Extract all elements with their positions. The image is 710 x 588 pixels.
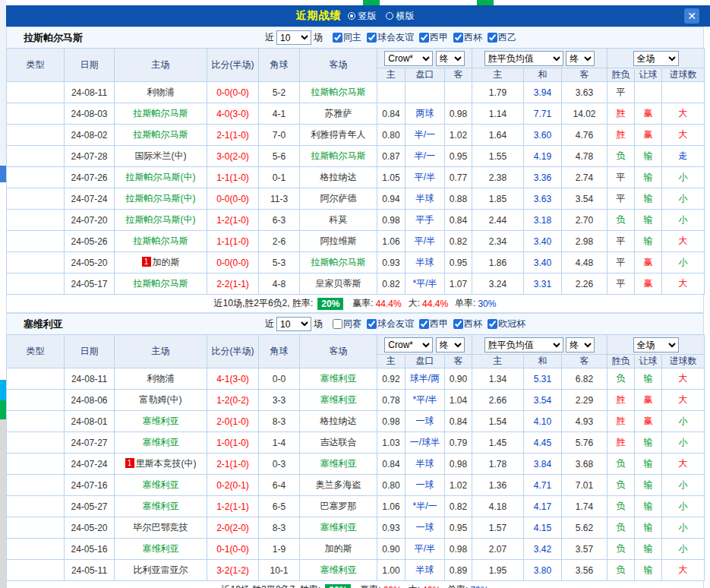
match-date: 24-07-20 <box>65 210 115 231</box>
away-team: 巴塞罗那 <box>300 496 377 517</box>
background-segment <box>0 419 6 588</box>
away-team: 塞维利亚 <box>300 390 377 411</box>
match-outcome: 负 <box>607 539 635 560</box>
league-checkbox[interactable] <box>367 319 377 329</box>
goals-outcome: 小 <box>662 167 705 188</box>
scope-select[interactable]: 全场 <box>633 337 679 352</box>
match-count-select[interactable]: 10 <box>276 30 311 45</box>
handicap-outcome: 输 <box>635 539 662 560</box>
col-header-handicap-result: 让球 <box>635 355 662 368</box>
handicap-outcome: 输 <box>635 210 662 231</box>
col-header-asian-home: 主 <box>377 68 405 82</box>
corner-score: 8-3 <box>259 517 300 539</box>
near-label: 近 <box>265 31 274 44</box>
match-date: 24-07-28 <box>65 146 115 167</box>
win-rate-badge: 20% <box>317 298 343 310</box>
col-header-handicap: 盘口 <box>405 355 445 368</box>
match-row: 球会友谊24-08-06富勒姆(中)1-2(0-2)3-3塞维利亚0.78*平/… <box>7 390 705 411</box>
same-home-checkbox[interactable] <box>333 33 342 43</box>
league-checkbox[interactable] <box>419 319 429 329</box>
league-checkbox[interactable] <box>453 33 463 43</box>
euro-odds-away: 6.82 <box>562 368 607 390</box>
league-filter-segunda[interactable]: 西乙 <box>488 31 516 44</box>
home-team-name: 塞维利亚 <box>143 501 179 511</box>
euro-odds-select[interactable]: 胜平负均值 <box>484 51 563 66</box>
handicap-line: *半/一 <box>405 496 445 517</box>
handicap-outcome: 输 <box>635 146 662 167</box>
euro-odds-away: 3.54 <box>562 188 607 210</box>
match-count-select[interactable]: 10 <box>276 317 311 331</box>
match-score: 4-0(3-0) <box>207 103 259 125</box>
euro-odds-home: 1.85 <box>472 188 524 210</box>
asian-odds-home: 1.06 <box>377 496 405 517</box>
asian-odds-away: 0.98 <box>445 454 472 475</box>
same-competition-checkbox[interactable] <box>333 319 342 329</box>
goals-outcome <box>662 82 705 103</box>
league-checkbox[interactable] <box>367 33 377 43</box>
away-team-name: 拉斯帕尔马斯 <box>311 150 366 161</box>
match-score: 1-2(1-0) <box>207 210 259 231</box>
vertical-layout-radio[interactable] <box>348 12 355 20</box>
bookmaker-select[interactable]: Crow* <box>384 337 433 352</box>
away-team-name: 拉斯帕尔马斯 <box>311 257 366 267</box>
scope-select[interactable]: 全场 <box>633 51 679 66</box>
same-home-filter[interactable]: 同主 <box>333 31 361 44</box>
match-row: 球会友谊24-07-26拉斯帕尔马斯(中)1-1(1-0)0-1格拉纳达1.05… <box>7 167 705 188</box>
euro-odds-away: 3.68 <box>562 454 607 475</box>
recent-matches-table: 类型 日期 主场 比分(半场) 角球 客场 Crow* 终 胜平负均值 终 全场 <box>6 48 705 295</box>
away-team-name: 巴塞罗那 <box>320 501 357 511</box>
horizontal-layout-label: 横版 <box>396 10 415 23</box>
league-filter-ucl[interactable]: 欧冠杯 <box>488 318 525 330</box>
col-header-date: 日期 <box>65 335 115 368</box>
competition-tag: 球会友谊 <box>7 82 65 103</box>
close-icon[interactable]: ✕ <box>684 8 699 24</box>
asian-time-select[interactable]: 终 <box>436 337 465 352</box>
handicap-outcome: 输 <box>635 560 662 581</box>
league-filter-friendly[interactable]: 球会友谊 <box>367 31 414 44</box>
away-team-name: 苏雅萨 <box>325 108 352 119</box>
league-filter-laliga[interactable]: 西甲 <box>419 31 448 44</box>
league-filter-copa[interactable]: 西杯 <box>453 31 482 44</box>
euro-time-select[interactable]: 终 <box>566 51 595 66</box>
asian-time-select[interactable]: 终 <box>436 51 465 66</box>
handicap-line: 半/一 <box>405 125 445 146</box>
same-competition-filter[interactable]: 同赛 <box>333 318 361 330</box>
away-team: 利雅得青年人 <box>300 125 377 146</box>
corner-score: 8-3 <box>259 411 300 432</box>
asian-odds-home: 0.94 <box>377 188 405 210</box>
same-home-label: 同主 <box>343 31 361 44</box>
handicap-line: 两球 <box>405 103 445 125</box>
col-header-handicap-result: 让球 <box>635 68 662 82</box>
horizontal-layout-radio[interactable] <box>386 12 393 20</box>
home-team: 塞维利亚 <box>115 432 207 454</box>
league-checkbox[interactable] <box>419 33 429 43</box>
match-date: 24-05-17 <box>65 273 115 295</box>
league-filter-friendly[interactable]: 球会友谊 <box>367 318 414 330</box>
euro-odds-draw: 7.71 <box>524 103 562 125</box>
league-label: 西杯 <box>464 31 482 44</box>
competition-tag: 球会友谊 <box>7 210 65 231</box>
euro-odds-select[interactable]: 胜平负均值 <box>484 337 563 352</box>
corner-score: 5-3 <box>259 252 300 273</box>
col-header-corner: 角球 <box>259 49 300 82</box>
match-outcome: 负 <box>607 496 635 517</box>
col-header-outcome: 胜负 <box>607 68 635 82</box>
goals-outcome: 小 <box>662 411 705 432</box>
bookmaker-select[interactable]: Crow* <box>384 51 433 66</box>
away-team-name: 拉斯帕尔马斯 <box>311 87 366 97</box>
league-checkbox[interactable] <box>453 319 463 329</box>
league-checkbox[interactable] <box>488 33 497 43</box>
away-team: 加的斯 <box>300 539 377 560</box>
background-page-top-edge <box>6 0 710 5</box>
col-header-home: 主场 <box>115 49 207 82</box>
goals-outcome: 大 <box>662 454 705 475</box>
euro-time-select[interactable]: 终 <box>566 337 595 352</box>
away-team-name: 利雅得青年人 <box>311 129 366 140</box>
league-filter-copa[interactable]: 西杯 <box>453 318 482 330</box>
league-label: 西乙 <box>498 31 516 44</box>
league-filter-laliga[interactable]: 西甲 <box>419 318 448 330</box>
popup-title: 近期战绩 <box>296 9 342 23</box>
goals-outcome: 大 <box>662 231 705 252</box>
match-date: 24-08-11 <box>65 368 115 390</box>
league-checkbox[interactable] <box>488 319 497 329</box>
